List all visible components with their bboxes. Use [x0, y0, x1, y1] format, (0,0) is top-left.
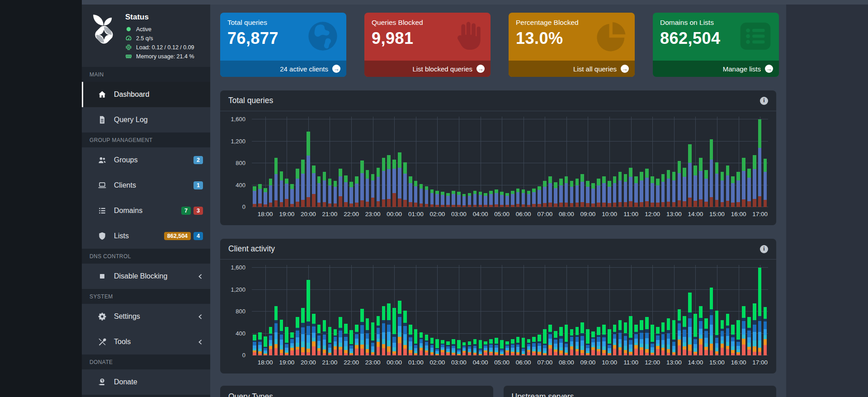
stacked-bar [366, 117, 369, 207]
bar-slot [424, 265, 429, 355]
bar-segment [656, 349, 660, 355]
card-footer-link[interactable]: List blocked queries→ [364, 61, 491, 77]
bar-segment [355, 349, 359, 355]
bar-segment [269, 203, 273, 207]
bar-segment [462, 342, 466, 345]
tools-icon [97, 337, 107, 346]
stacked-bar [742, 265, 745, 355]
bar-slot [542, 117, 547, 207]
bar-segment [258, 189, 262, 203]
bar-segment [683, 342, 686, 346]
sidebar-item-query-log[interactable]: Query Log [82, 107, 210, 132]
client-activity-chart[interactable]: 04008001,2001,60018:0019:0020:0021:0022:… [220, 260, 776, 373]
bar-segment [559, 339, 563, 343]
sidebar-item-domains[interactable]: Domains73 [82, 198, 210, 223]
stacked-bar [602, 117, 606, 207]
bar-segment [511, 339, 514, 344]
total-queries-chart[interactable]: 04008001,2001,60018:0019:0020:0021:0022:… [220, 111, 776, 225]
bar-segment [736, 320, 740, 340]
bar-segment [312, 338, 316, 341]
bar-slot [660, 117, 666, 207]
bar-slot [666, 117, 671, 207]
bar-segment [597, 342, 600, 346]
bar-segment [602, 346, 606, 350]
stacked-bar [355, 117, 359, 207]
card-footer-link[interactable]: 24 active clients→ [220, 61, 346, 77]
client-activity-panel-header: Client activity i [220, 239, 776, 260]
bar-slot [316, 265, 322, 355]
bar-slot [537, 265, 542, 355]
upstream-servers-panel: Upstream servers [504, 386, 777, 397]
bar-segment [764, 159, 767, 171]
stacked-bar [473, 117, 477, 207]
bar-slot [349, 265, 354, 355]
bar-segment [269, 179, 273, 185]
info-icon[interactable]: i [760, 97, 768, 105]
bar-slot [467, 265, 472, 355]
bar-segment [360, 349, 364, 355]
bar-slot [633, 265, 639, 355]
sidebar-item-clients[interactable]: Clients1 [82, 173, 210, 198]
y-axis-tick-label: 400 [220, 182, 245, 189]
bar-segment [672, 342, 676, 346]
gears-icon [97, 312, 107, 321]
bar-segment [672, 346, 676, 350]
bar-slot [655, 265, 660, 355]
bar-segment [721, 202, 724, 208]
sidebar-item-groups[interactable]: Groups2 [82, 147, 210, 173]
bar-segment [747, 178, 751, 201]
bar-segment [559, 343, 563, 347]
bar-segment [484, 205, 487, 207]
bar-segment [371, 354, 375, 355]
bar-segment [274, 200, 278, 207]
bar-slot [623, 117, 628, 207]
bar-segment [559, 185, 563, 203]
sidebar-item-tools[interactable]: Tools [82, 329, 210, 354]
count-badge: 3 [193, 207, 203, 215]
bar-segment [580, 353, 584, 355]
sidebar-item-dashboard[interactable]: Dashboard [82, 82, 210, 107]
bar-segment [312, 194, 316, 207]
bar-segment [538, 346, 541, 349]
info-icon[interactable]: i [760, 245, 768, 253]
stacked-bar [317, 265, 321, 355]
bar-segment [688, 327, 692, 337]
stacked-bar [613, 117, 617, 207]
stacked-bar [683, 265, 686, 355]
arrow-circle-right-icon: → [765, 65, 773, 73]
bar-slot [483, 117, 488, 207]
x-axis-tick-label: 17:00 [752, 359, 768, 366]
bar-segment [645, 344, 649, 349]
sidebar-item-settings[interactable]: Settings [82, 304, 210, 329]
bar-segment [764, 172, 767, 200]
sidebar-item-lists[interactable]: Lists862,5044 [82, 223, 210, 249]
sidebar-item-label: Donate [114, 378, 137, 386]
bar-segment [736, 202, 740, 208]
bar-segment [366, 202, 369, 207]
bar-slot [601, 265, 607, 355]
bar-segment [371, 343, 375, 347]
bar-slot [515, 265, 521, 355]
sidebar-item-donate[interactable]: Donate [82, 369, 210, 395]
bar-slot [386, 117, 392, 207]
bar-slot [494, 265, 499, 355]
bar-segment [742, 335, 745, 339]
bar-segment [764, 339, 767, 345]
stacked-bar [693, 117, 697, 207]
bar-segment [548, 345, 552, 349]
count-badge: 7 [181, 207, 191, 215]
sidebar-item-disable-blocking[interactable]: Disable Blocking [82, 264, 210, 289]
card-footer-link[interactable]: Manage lists→ [653, 61, 779, 77]
bar-segment [387, 320, 391, 325]
bar-segment [699, 158, 703, 171]
bar-segment [532, 343, 536, 346]
sidebar-section-label: MAIN [82, 67, 210, 82]
stacked-bar [258, 265, 262, 355]
bar-segment [710, 315, 713, 325]
bar-segment [382, 158, 386, 171]
stacked-bar [484, 117, 487, 207]
bar-segment [253, 352, 256, 355]
bar-segment [371, 180, 375, 198]
card-footer-link[interactable]: List all queries→ [509, 61, 635, 77]
bar-slot [515, 117, 521, 207]
